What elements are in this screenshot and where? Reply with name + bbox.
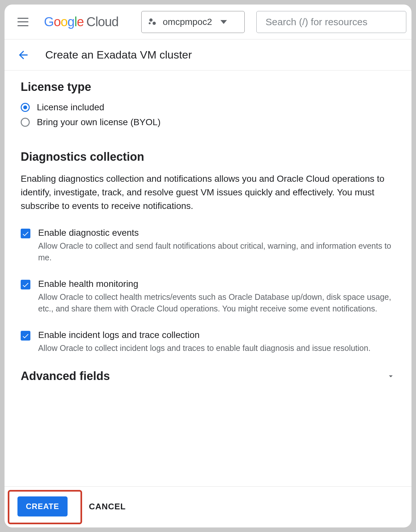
checkbox-desc: Allow Oracle to collect incident logs an…	[38, 342, 395, 354]
project-icon	[149, 18, 156, 26]
arrow-left-icon	[17, 49, 30, 61]
checkbox-health-monitoring[interactable]: Enable health monitoring Allow Oracle to…	[21, 279, 395, 314]
search-input[interactable]: Search (/) for resources	[256, 11, 406, 33]
radio-license-included[interactable]: License included	[21, 102, 395, 113]
license-heading: License type	[21, 80, 395, 94]
checkbox-desc: Allow Oracle to collect and send fault n…	[38, 240, 395, 263]
radio-icon	[21, 103, 30, 112]
page-title: Create an Exadata VM cluster	[45, 49, 192, 61]
create-button[interactable]: CREATE	[17, 496, 68, 516]
checkbox-desc: Allow Oracle to collect health metrics/e…	[38, 291, 395, 314]
checkbox-diagnostic-events[interactable]: Enable diagnostic events Allow Oracle to…	[21, 228, 395, 263]
cancel-button[interactable]: CANCEL	[87, 501, 128, 512]
project-name: omcpmpoc2	[163, 17, 212, 27]
project-selector[interactable]: omcpmpoc2	[141, 11, 245, 33]
radio-label: Bring your own license (BYOL)	[37, 117, 161, 127]
checkbox-icon	[21, 280, 30, 289]
radio-byol[interactable]: Bring your own license (BYOL)	[21, 117, 395, 127]
checkbox-title: Enable incident logs and trace collectio…	[38, 330, 395, 340]
back-button[interactable]	[16, 48, 30, 62]
advanced-heading: Advanced fields	[21, 369, 110, 383]
checkbox-title: Enable health monitoring	[38, 279, 395, 289]
menu-button[interactable]	[17, 18, 28, 26]
checkbox-incident-logs[interactable]: Enable incident logs and trace collectio…	[21, 330, 395, 354]
checkbox-icon	[21, 229, 30, 238]
diagnostics-description: Enabling diagnostics collection and noti…	[21, 172, 395, 213]
radio-label: License included	[37, 102, 104, 113]
advanced-fields-toggle[interactable]: Advanced fields	[21, 369, 395, 383]
checkbox-title: Enable diagnostic events	[38, 228, 395, 238]
radio-icon	[21, 118, 30, 127]
checkbox-icon	[21, 331, 30, 341]
chevron-down-icon	[386, 372, 395, 381]
search-placeholder: Search (/) for resources	[266, 16, 368, 27]
diagnostics-heading: Diagnostics collection	[21, 150, 395, 164]
caret-down-icon	[220, 20, 227, 24]
google-cloud-logo: Google Cloud	[44, 15, 119, 29]
